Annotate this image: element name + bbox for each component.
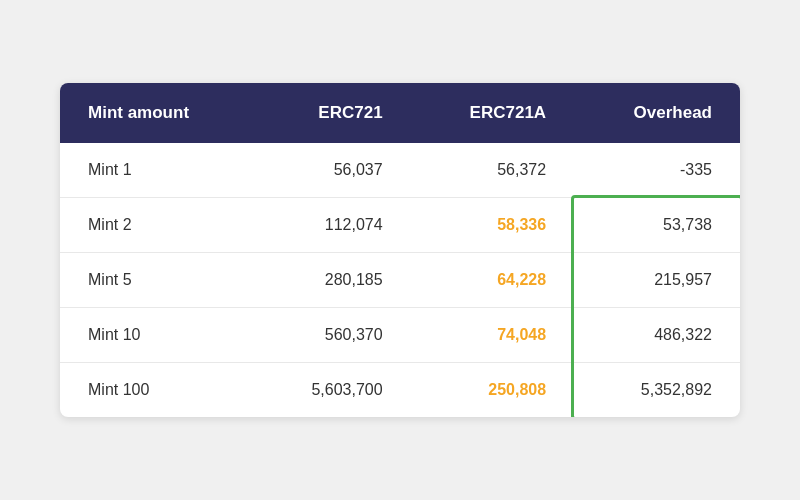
cell-erc721: 112,074 <box>254 198 411 253</box>
data-table: Mint amount ERC721 ERC721A Overhead Mint… <box>60 83 740 417</box>
cell-mint-label: Mint 10 <box>60 308 254 363</box>
cell-mint-label: Mint 2 <box>60 198 254 253</box>
table-row: Mint 5280,18564,228215,957 <box>60 253 740 308</box>
cell-erc721: 56,037 <box>254 143 411 198</box>
table-row: Mint 2112,07458,33653,738 <box>60 198 740 253</box>
cell-overhead: 486,322 <box>574 308 740 363</box>
cell-erc721a: 58,336 <box>411 198 575 253</box>
cell-erc721: 5,603,700 <box>254 363 411 418</box>
col-header-erc721: ERC721 <box>254 83 411 143</box>
table-row: Mint 156,03756,372-335 <box>60 143 740 198</box>
cell-mint-label: Mint 1 <box>60 143 254 198</box>
cell-mint-label: Mint 100 <box>60 363 254 418</box>
table-row: Mint 1005,603,700250,8085,352,892 <box>60 363 740 418</box>
cell-overhead: -335 <box>574 143 740 198</box>
cell-overhead: 215,957 <box>574 253 740 308</box>
table-header-row: Mint amount ERC721 ERC721A Overhead <box>60 83 740 143</box>
cell-overhead: 53,738 <box>574 198 740 253</box>
cell-erc721a: 56,372 <box>411 143 575 198</box>
col-header-overhead: Overhead <box>574 83 740 143</box>
cell-erc721a: 74,048 <box>411 308 575 363</box>
col-header-mint-amount: Mint amount <box>60 83 254 143</box>
cell-overhead: 5,352,892 <box>574 363 740 418</box>
cell-mint-label: Mint 5 <box>60 253 254 308</box>
table-container: Mint amount ERC721 ERC721A Overhead Mint… <box>60 83 740 417</box>
cell-erc721a: 250,808 <box>411 363 575 418</box>
table-wrapper: Mint amount ERC721 ERC721A Overhead Mint… <box>60 83 740 417</box>
cell-erc721a: 64,228 <box>411 253 575 308</box>
table-row: Mint 10560,37074,048486,322 <box>60 308 740 363</box>
col-header-erc721a: ERC721A <box>411 83 575 143</box>
cell-erc721: 280,185 <box>254 253 411 308</box>
cell-erc721: 560,370 <box>254 308 411 363</box>
